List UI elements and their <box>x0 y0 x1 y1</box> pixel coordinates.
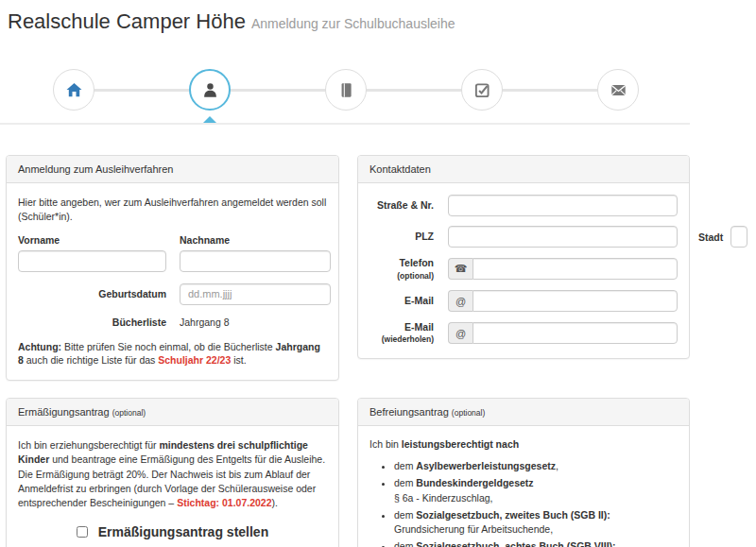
wizard-stepper <box>0 60 756 125</box>
at-icon: @ <box>448 290 472 312</box>
last-name-label: Nachname <box>180 234 331 246</box>
exemption-panel-title: Befreiungsantrag <box>369 406 449 418</box>
exemption-panel-optional: (optional) <box>452 408 485 418</box>
registration-panel: Anmeldung zum Ausleihverfahren Hier bitt… <box>6 155 339 381</box>
exemption-intro: Ich bin leistungsberechtigt nach <box>369 438 678 450</box>
first-name-input[interactable] <box>18 250 166 272</box>
booklist-warning: Achtung: Bitte prüfen Sie noch einmal, o… <box>18 340 327 368</box>
person-icon <box>201 81 219 99</box>
street-input[interactable] <box>448 195 678 216</box>
last-name-input[interactable] <box>180 250 331 272</box>
discount-text: Ich bin erziehungsberechtigt für mindest… <box>18 438 327 510</box>
list-item: dem Asylbewerberleistungsgesetz, <box>394 459 678 473</box>
booklist-value: Jahrgang 8 <box>180 316 331 328</box>
school-name: Realschule Camper Höhe <box>8 9 246 33</box>
page: Realschule Camper HöheAnmeldung zur Schu… <box>0 0 756 547</box>
city-input[interactable] <box>730 226 747 248</box>
list-item: dem Sozialgesetzbuch, achtes Buch (SGB V… <box>394 539 678 547</box>
discount-panel-optional: (optional) <box>112 408 146 418</box>
plz-label: PLZ <box>369 231 434 243</box>
contact-panel: Kontaktdaten Straße & Nr. PLZ Stadt <box>357 155 690 359</box>
home-icon <box>65 81 83 99</box>
email-label: E-Mail <box>369 295 434 307</box>
plz-input[interactable] <box>448 226 678 248</box>
email-repeat-label: E-Mail <box>404 321 434 333</box>
discount-checkbox-label[interactable]: Ermäßigungsantrag stellen <box>98 524 268 539</box>
list-item: dem Sozialgesetzbuch, zweites Buch (SGB … <box>394 508 678 537</box>
exemption-list: dem Asylbewerberleistungsgesetz, dem Bun… <box>369 459 678 547</box>
deadline-highlight: Stichtag: 01.07.2022 <box>177 497 271 508</box>
main-content: Anmeldung zum Ausleihverfahren Hier bitt… <box>6 155 750 547</box>
mail-icon <box>610 81 627 99</box>
email-input[interactable] <box>472 290 678 312</box>
email-repeat-input[interactable] <box>472 322 678 344</box>
check-icon <box>473 81 491 99</box>
app-header: Realschule Camper HöheAnmeldung zur Schu… <box>0 0 756 34</box>
contact-panel-title: Kontaktdaten <box>358 156 689 183</box>
registration-panel-title: Anmeldung zum Ausleihverfahren <box>7 156 338 183</box>
discount-panel-title: Ermäßigungsantrag <box>18 406 110 418</box>
phone-optional-hint: (optional) <box>369 271 434 282</box>
booklist-label: Bücherliste <box>18 316 166 328</box>
step-mail[interactable] <box>597 69 639 111</box>
step-student[interactable] <box>189 69 231 111</box>
book-icon <box>337 81 355 99</box>
exemption-panel: Befreiungsantrag (optional) Ich bin leis… <box>357 398 690 547</box>
discount-checkbox-row: Ermäßigungsantrag stellen <box>18 524 327 539</box>
birthdate-label: Geburtsdatum <box>18 288 166 299</box>
registration-intro: Hier bitte angeben, wer zum Ausleihverfa… <box>18 196 327 223</box>
city-label: Stadt <box>698 231 723 243</box>
phone-label: Telefon <box>399 257 434 268</box>
street-label: Straße & Nr. <box>369 199 434 212</box>
step-books[interactable] <box>325 69 367 111</box>
step-confirm[interactable] <box>461 69 503 111</box>
page-title: Realschule Camper HöheAnmeldung zur Schu… <box>8 9 748 34</box>
stepper-divider <box>0 123 690 125</box>
page-subtitle: Anmeldung zur Schulbuchausleihe <box>251 16 455 31</box>
at-icon: @ <box>448 322 472 344</box>
first-name-label: Vorname <box>18 234 166 246</box>
phone-input[interactable] <box>472 258 678 280</box>
active-step-caret <box>203 116 216 123</box>
phone-icon: ☎ <box>448 258 472 280</box>
discount-panel: Ermäßigungsantrag (optional) Ich bin erz… <box>6 398 339 547</box>
discount-checkbox[interactable] <box>77 526 88 538</box>
school-year-highlight: Schuljahr 22/23 <box>158 354 231 366</box>
email-repeat-hint: (wiederholen) <box>369 334 434 345</box>
step-home[interactable] <box>53 69 94 111</box>
birthdate-input[interactable] <box>180 283 331 305</box>
list-item: dem Bundeskindergeldgesetz§ 6a - Kinderz… <box>394 476 678 504</box>
